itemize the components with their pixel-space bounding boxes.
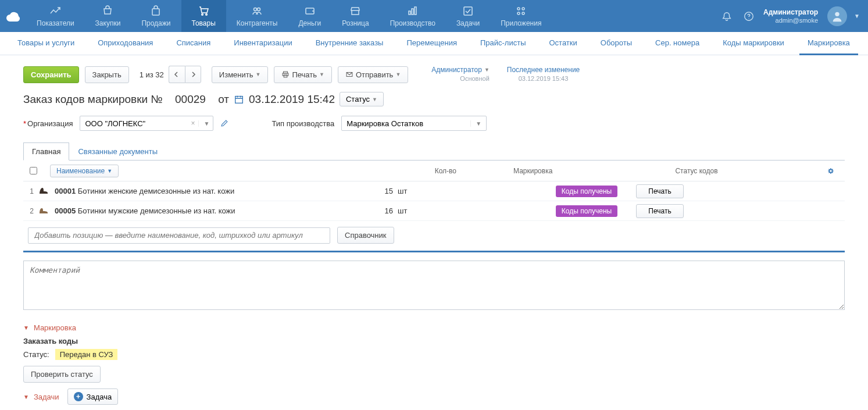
item-code: 00005 <box>55 206 76 215</box>
plus-icon: + <box>74 392 83 401</box>
svg-point-12 <box>517 12 520 15</box>
catalog-button[interactable]: Справочник <box>337 227 394 244</box>
chevron-down-icon[interactable]: ▼ <box>484 66 490 74</box>
boot-icon <box>38 205 49 217</box>
subnav-internal-orders[interactable]: Внутренние заказы <box>308 32 392 55</box>
status-highlight: Передан в СУЗ <box>55 349 118 360</box>
nav-item-apps[interactable]: Приложения <box>490 0 552 32</box>
last-changed-link[interactable]: Последнее изменение <box>507 66 580 74</box>
subnav-receipts[interactable]: Оприходования <box>90 32 161 55</box>
item-qty: 15 <box>345 187 398 195</box>
change-button[interactable]: Изменить▼ <box>212 66 269 83</box>
wallet-icon <box>304 5 316 17</box>
marking-header[interactable]: ▼Маркировка <box>23 323 845 332</box>
org-combo[interactable]: × ▼ <box>80 116 213 131</box>
btn-label: Отправить <box>356 70 393 79</box>
chevron-down-icon: ▼ <box>107 168 112 174</box>
last-changed-info: Последнее изменение 03.12.2019 15:43 <box>507 66 580 83</box>
tasks-header[interactable]: ▼Задачи <box>23 393 59 401</box>
clear-icon[interactable]: × <box>187 119 198 127</box>
top-nav: Показатели Закупки Продажи Товары Контра… <box>0 0 868 32</box>
table-row[interactable]: 1 00001 Ботинки женские демисезонные из … <box>23 181 845 201</box>
subnav-marking-codes[interactable]: Коды маркировки <box>715 32 792 55</box>
svg-point-13 <box>522 12 524 15</box>
close-button[interactable]: Закрыть <box>85 66 129 83</box>
add-row: Справочник <box>23 221 845 251</box>
tab-linked[interactable]: Связанные документы <box>69 142 166 161</box>
svg-rect-7 <box>412 9 413 15</box>
status-dropdown[interactable]: Статус▼ <box>340 92 384 106</box>
subnav-serials[interactable]: Сер. номера <box>647 32 708 55</box>
print-row-button[interactable]: Печать <box>636 184 683 198</box>
order-codes-label: Заказать коды <box>23 337 845 345</box>
comment-textarea[interactable] <box>23 261 845 310</box>
edit-icon[interactable] <box>220 119 228 127</box>
product-thumb <box>37 185 50 198</box>
nav-item-sales[interactable]: Продажи <box>131 0 181 32</box>
print-button[interactable]: Печать▼ <box>274 66 332 83</box>
send-button[interactable]: Отправить▼ <box>338 66 408 83</box>
sub-nav: Товары и услуги Оприходования Списания И… <box>0 32 868 55</box>
svg-rect-18 <box>284 75 288 77</box>
save-button[interactable]: Сохранить <box>23 66 79 83</box>
prodtype-input[interactable] <box>342 119 470 128</box>
svg-point-4 <box>258 8 260 10</box>
form-row: *Организация × ▼ Тип производства ▼ <box>0 116 868 142</box>
item-unit: шт <box>398 187 450 195</box>
last-changed-date: 03.12.2019 15:43 <box>519 74 569 83</box>
owner-link[interactable]: Администратор <box>431 66 482 74</box>
row-num: 2 <box>23 207 37 215</box>
col-marking: Маркировка <box>513 167 653 175</box>
chevron-down-icon[interactable]: ▼ <box>470 120 486 127</box>
select-all-checkbox[interactable] <box>30 167 37 174</box>
nav-item-purchases[interactable]: Закупки <box>85 0 131 32</box>
subnav-marking[interactable]: Маркировка <box>799 32 858 55</box>
svg-rect-9 <box>464 7 472 15</box>
nav-item-products[interactable]: Товары <box>181 0 226 32</box>
svg-point-3 <box>254 8 257 10</box>
nav-item-retail[interactable]: Розница <box>331 0 379 32</box>
user-login: admin@smoke <box>776 16 819 24</box>
mail-icon <box>345 70 353 79</box>
subnav-writeoffs[interactable]: Списания <box>168 32 219 55</box>
check-status-button[interactable]: Проверить статус <box>23 366 101 383</box>
pager-next[interactable] <box>185 66 201 83</box>
org-label: *Организация <box>23 119 73 128</box>
gear-icon[interactable] <box>827 167 845 174</box>
nav-item-money[interactable]: Деньги <box>288 0 331 32</box>
user-menu-dropdown[interactable]: ▼ <box>854 13 860 19</box>
org-input[interactable] <box>80 119 187 128</box>
logo[interactable] <box>0 0 26 32</box>
table-row[interactable]: 2 00005 Ботинки мужские демисезонные из … <box>23 201 845 221</box>
table-header: Наименование ▼ Кол-во Маркировка Статус … <box>23 161 845 181</box>
status-label: Статус: <box>23 350 49 359</box>
subnav-transfers[interactable]: Перемещения <box>398 32 465 55</box>
nav-item-indicators[interactable]: Показатели <box>26 0 85 32</box>
subnav-turnover[interactable]: Обороты <box>592 32 640 55</box>
pager-text: 1 из 32 <box>140 70 164 79</box>
bell-icon[interactable] <box>719 9 734 24</box>
svg-rect-8 <box>415 7 416 15</box>
subnav-stock[interactable]: Остатки <box>541 32 585 55</box>
avatar[interactable] <box>827 6 847 26</box>
svg-rect-0 <box>152 9 159 15</box>
nav-item-tasks[interactable]: Задачи <box>446 0 490 32</box>
calendar-icon[interactable] <box>234 94 244 105</box>
subnav-goods[interactable]: Товары и услуги <box>9 32 83 55</box>
help-icon[interactable] <box>741 9 756 24</box>
add-item-input[interactable] <box>28 227 330 244</box>
prodtype-combo[interactable]: ▼ <box>341 116 487 131</box>
subnav-pricelists[interactable]: Прайс-листы <box>472 32 534 55</box>
pager-prev[interactable] <box>169 66 185 83</box>
print-row-button[interactable]: Печать <box>636 204 683 218</box>
svg-point-1 <box>202 13 203 15</box>
nav-item-manufacture[interactable]: Производство <box>380 0 446 32</box>
subnav-inventory[interactable]: Инвентаризации <box>226 32 300 55</box>
add-task-button[interactable]: +Задача <box>67 388 119 405</box>
row-num: 1 <box>23 187 37 195</box>
tab-main[interactable]: Главная <box>23 142 69 161</box>
nav-item-counterparties[interactable]: Контрагенты <box>226 0 288 32</box>
tasks-section: ▼Задачи +Задача Нет задач <box>23 388 845 410</box>
chevron-down-icon[interactable]: ▼ <box>198 120 214 127</box>
name-sort-button[interactable]: Наименование ▼ <box>50 165 119 177</box>
